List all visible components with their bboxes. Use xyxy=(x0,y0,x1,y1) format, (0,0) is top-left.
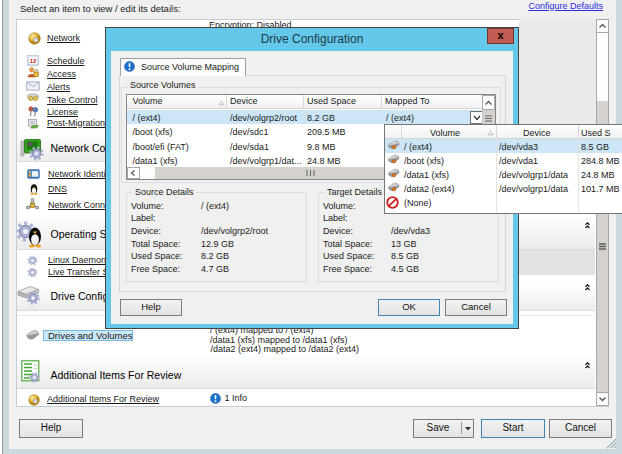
svg-text:12: 12 xyxy=(30,58,37,64)
